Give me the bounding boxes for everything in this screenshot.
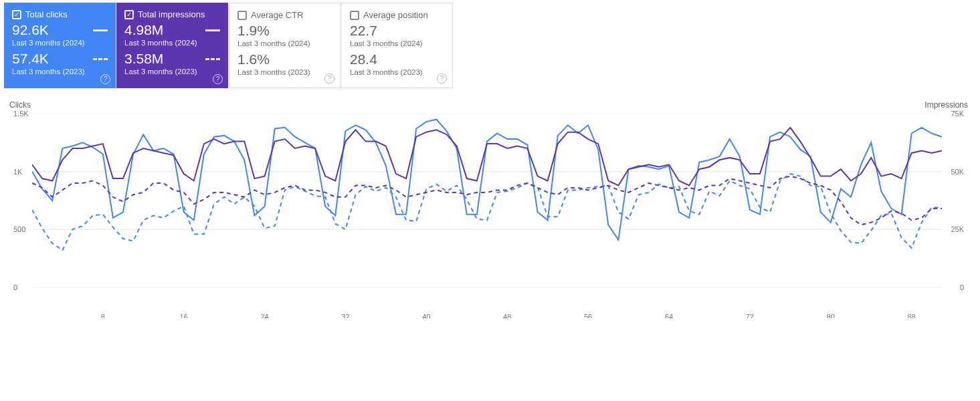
legend-solid-icon <box>205 29 220 31</box>
x-tick: 80 <box>827 313 835 318</box>
performance-chart: Clicks Impressions 05001K1.5K025K50K75K8… <box>5 104 972 318</box>
card-value-current: 22.7 <box>350 23 377 39</box>
help-icon[interactable]: ? <box>213 74 223 84</box>
metric-card-ctr[interactable]: ✓Average CTR 1.9% Last 3 months (2024) 1… <box>229 3 340 88</box>
checkbox-checked-icon: ✓ <box>124 10 134 19</box>
y-tick-left: 500 <box>13 225 25 233</box>
legend-dashed-icon <box>205 58 220 60</box>
x-tick: 88 <box>908 313 916 318</box>
help-icon[interactable]: ? <box>100 74 110 84</box>
card-sub-current: Last 3 months (2024) <box>350 39 444 47</box>
x-tick: 48 <box>503 313 511 318</box>
help-icon[interactable]: ? <box>324 74 334 84</box>
y-tick-left: 1K <box>13 168 22 176</box>
x-tick: 56 <box>584 313 592 318</box>
card-sub-compare: Last 3 months (2023) <box>237 68 332 76</box>
y-tick-right: 50K <box>951 168 964 176</box>
y-axis-right-label: Impressions <box>924 100 968 110</box>
legend-dashed-icon <box>93 58 108 60</box>
card-value-current: 4.98M <box>124 22 163 38</box>
card-value-current: 1.9% <box>237 23 270 39</box>
metric-card-impressions[interactable]: ✓Total impressions 4.98M Last 3 months (… <box>116 3 228 88</box>
x-tick: 24 <box>260 313 268 318</box>
x-tick: 64 <box>665 313 673 318</box>
card-value-compare: 1.6% <box>237 51 270 68</box>
y-tick-right: 75K <box>951 110 964 118</box>
x-tick: 72 <box>746 313 754 318</box>
y-tick-left: 1.5K <box>13 110 29 118</box>
card-sub-compare: Last 3 months (2023) <box>350 68 444 76</box>
help-icon[interactable]: ? <box>437 74 447 84</box>
y-axis-left-label: Clicks <box>9 100 31 110</box>
card-value-compare: 28.4 <box>350 51 377 68</box>
card-title: Total clicks <box>25 9 68 19</box>
y-tick-right: 0 <box>960 283 964 291</box>
card-title: Total impressions <box>138 9 205 19</box>
x-tick: 16 <box>180 313 188 318</box>
legend-solid-icon <box>93 29 108 31</box>
y-tick-left: 0 <box>13 283 17 291</box>
card-sub-current: Last 3 months (2024) <box>237 39 332 47</box>
x-tick: 8 <box>101 313 105 318</box>
checkbox-checked-icon: ✓ <box>12 10 21 19</box>
card-title: Average position <box>363 10 428 20</box>
card-title: Average CTR <box>251 10 304 20</box>
x-tick: 40 <box>422 313 430 318</box>
x-tick: 32 <box>341 313 349 318</box>
card-value-current: 92.6K <box>12 22 49 38</box>
checkbox-unchecked-icon: ✓ <box>350 11 359 20</box>
card-value-compare: 3.58M <box>124 51 163 67</box>
card-sub-compare: Last 3 months (2023) <box>12 68 108 76</box>
chart-svg <box>32 114 942 301</box>
card-sub-current: Last 3 months (2024) <box>12 39 108 47</box>
card-sub-current: Last 3 months (2024) <box>124 39 220 47</box>
metric-card-position[interactable]: ✓Average position 22.7 Last 3 months (20… <box>341 3 453 88</box>
y-tick-right: 25K <box>951 225 964 233</box>
checkbox-unchecked-icon: ✓ <box>237 11 247 20</box>
metric-cards-row: ✓Total clicks 92.6K Last 3 months (2024)… <box>0 0 980 88</box>
card-sub-compare: Last 3 months (2023) <box>124 68 220 76</box>
metric-card-clicks[interactable]: ✓Total clicks 92.6K Last 3 months (2024)… <box>4 3 116 88</box>
card-value-compare: 57.4K <box>12 51 49 67</box>
